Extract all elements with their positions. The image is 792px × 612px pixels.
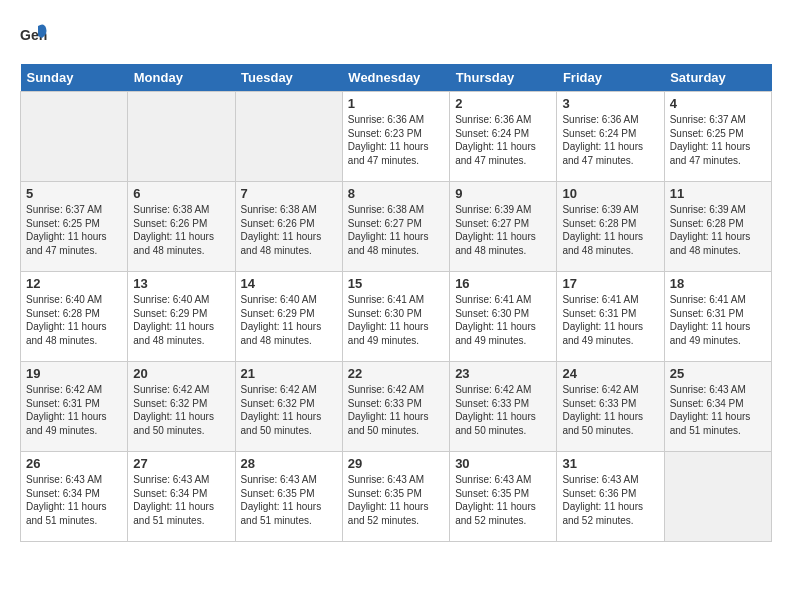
day-number: 8: [348, 186, 444, 201]
calendar-week-row: 26Sunrise: 6:43 AM Sunset: 6:34 PM Dayli…: [21, 452, 772, 542]
day-info: Sunrise: 6:38 AM Sunset: 6:27 PM Dayligh…: [348, 203, 444, 257]
day-info: Sunrise: 6:43 AM Sunset: 6:34 PM Dayligh…: [670, 383, 766, 437]
day-info: Sunrise: 6:43 AM Sunset: 6:36 PM Dayligh…: [562, 473, 658, 527]
day-info: Sunrise: 6:38 AM Sunset: 6:26 PM Dayligh…: [241, 203, 337, 257]
calendar-week-row: 1Sunrise: 6:36 AM Sunset: 6:23 PM Daylig…: [21, 92, 772, 182]
day-number: 26: [26, 456, 122, 471]
day-info: Sunrise: 6:42 AM Sunset: 6:32 PM Dayligh…: [241, 383, 337, 437]
day-number: 14: [241, 276, 337, 291]
day-number: 4: [670, 96, 766, 111]
calendar-cell: 26Sunrise: 6:43 AM Sunset: 6:34 PM Dayli…: [21, 452, 128, 542]
calendar-cell: 7Sunrise: 6:38 AM Sunset: 6:26 PM Daylig…: [235, 182, 342, 272]
day-number: 16: [455, 276, 551, 291]
day-info: Sunrise: 6:37 AM Sunset: 6:25 PM Dayligh…: [26, 203, 122, 257]
day-info: Sunrise: 6:41 AM Sunset: 6:31 PM Dayligh…: [670, 293, 766, 347]
day-number: 17: [562, 276, 658, 291]
calendar-cell: 13Sunrise: 6:40 AM Sunset: 6:29 PM Dayli…: [128, 272, 235, 362]
day-header-monday: Monday: [128, 64, 235, 92]
calendar-cell: 24Sunrise: 6:42 AM Sunset: 6:33 PM Dayli…: [557, 362, 664, 452]
day-info: Sunrise: 6:41 AM Sunset: 6:30 PM Dayligh…: [455, 293, 551, 347]
calendar-cell: [235, 92, 342, 182]
day-info: Sunrise: 6:42 AM Sunset: 6:32 PM Dayligh…: [133, 383, 229, 437]
calendar-cell: 22Sunrise: 6:42 AM Sunset: 6:33 PM Dayli…: [342, 362, 449, 452]
calendar-cell: 20Sunrise: 6:42 AM Sunset: 6:32 PM Dayli…: [128, 362, 235, 452]
day-number: 25: [670, 366, 766, 381]
day-number: 12: [26, 276, 122, 291]
day-number: 23: [455, 366, 551, 381]
day-info: Sunrise: 6:40 AM Sunset: 6:28 PM Dayligh…: [26, 293, 122, 347]
calendar-cell: 15Sunrise: 6:41 AM Sunset: 6:30 PM Dayli…: [342, 272, 449, 362]
day-info: Sunrise: 6:42 AM Sunset: 6:33 PM Dayligh…: [348, 383, 444, 437]
calendar-cell: 2Sunrise: 6:36 AM Sunset: 6:24 PM Daylig…: [450, 92, 557, 182]
day-number: 31: [562, 456, 658, 471]
logo-icon: Gen: [20, 20, 48, 48]
calendar-cell: 19Sunrise: 6:42 AM Sunset: 6:31 PM Dayli…: [21, 362, 128, 452]
calendar-week-row: 5Sunrise: 6:37 AM Sunset: 6:25 PM Daylig…: [21, 182, 772, 272]
logo: Gen: [20, 20, 50, 48]
calendar-cell: 12Sunrise: 6:40 AM Sunset: 6:28 PM Dayli…: [21, 272, 128, 362]
day-header-saturday: Saturday: [664, 64, 771, 92]
day-info: Sunrise: 6:36 AM Sunset: 6:24 PM Dayligh…: [562, 113, 658, 167]
calendar-cell: 4Sunrise: 6:37 AM Sunset: 6:25 PM Daylig…: [664, 92, 771, 182]
calendar-cell: 27Sunrise: 6:43 AM Sunset: 6:34 PM Dayli…: [128, 452, 235, 542]
calendar-table: SundayMondayTuesdayWednesdayThursdayFrid…: [20, 64, 772, 542]
day-header-wednesday: Wednesday: [342, 64, 449, 92]
calendar-cell: 16Sunrise: 6:41 AM Sunset: 6:30 PM Dayli…: [450, 272, 557, 362]
day-info: Sunrise: 6:38 AM Sunset: 6:26 PM Dayligh…: [133, 203, 229, 257]
calendar-cell: 17Sunrise: 6:41 AM Sunset: 6:31 PM Dayli…: [557, 272, 664, 362]
calendar-header-row: SundayMondayTuesdayWednesdayThursdayFrid…: [21, 64, 772, 92]
day-number: 18: [670, 276, 766, 291]
day-info: Sunrise: 6:39 AM Sunset: 6:28 PM Dayligh…: [670, 203, 766, 257]
calendar-cell: 9Sunrise: 6:39 AM Sunset: 6:27 PM Daylig…: [450, 182, 557, 272]
day-number: 1: [348, 96, 444, 111]
calendar-week-row: 12Sunrise: 6:40 AM Sunset: 6:28 PM Dayli…: [21, 272, 772, 362]
day-header-tuesday: Tuesday: [235, 64, 342, 92]
day-number: 10: [562, 186, 658, 201]
calendar-cell: 3Sunrise: 6:36 AM Sunset: 6:24 PM Daylig…: [557, 92, 664, 182]
day-number: 27: [133, 456, 229, 471]
calendar-cell: [664, 452, 771, 542]
day-number: 3: [562, 96, 658, 111]
day-number: 29: [348, 456, 444, 471]
day-info: Sunrise: 6:41 AM Sunset: 6:31 PM Dayligh…: [562, 293, 658, 347]
calendar-cell: [128, 92, 235, 182]
calendar-cell: 14Sunrise: 6:40 AM Sunset: 6:29 PM Dayli…: [235, 272, 342, 362]
day-number: 21: [241, 366, 337, 381]
calendar-cell: 8Sunrise: 6:38 AM Sunset: 6:27 PM Daylig…: [342, 182, 449, 272]
page-header: Gen: [20, 20, 772, 48]
day-info: Sunrise: 6:36 AM Sunset: 6:23 PM Dayligh…: [348, 113, 444, 167]
day-info: Sunrise: 6:42 AM Sunset: 6:33 PM Dayligh…: [455, 383, 551, 437]
day-info: Sunrise: 6:43 AM Sunset: 6:35 PM Dayligh…: [348, 473, 444, 527]
day-number: 24: [562, 366, 658, 381]
day-info: Sunrise: 6:41 AM Sunset: 6:30 PM Dayligh…: [348, 293, 444, 347]
day-info: Sunrise: 6:43 AM Sunset: 6:35 PM Dayligh…: [241, 473, 337, 527]
calendar-cell: 23Sunrise: 6:42 AM Sunset: 6:33 PM Dayli…: [450, 362, 557, 452]
calendar-cell: 1Sunrise: 6:36 AM Sunset: 6:23 PM Daylig…: [342, 92, 449, 182]
calendar-cell: 28Sunrise: 6:43 AM Sunset: 6:35 PM Dayli…: [235, 452, 342, 542]
day-number: 11: [670, 186, 766, 201]
day-info: Sunrise: 6:39 AM Sunset: 6:28 PM Dayligh…: [562, 203, 658, 257]
calendar-cell: 31Sunrise: 6:43 AM Sunset: 6:36 PM Dayli…: [557, 452, 664, 542]
calendar-cell: 21Sunrise: 6:42 AM Sunset: 6:32 PM Dayli…: [235, 362, 342, 452]
day-header-thursday: Thursday: [450, 64, 557, 92]
day-number: 28: [241, 456, 337, 471]
day-info: Sunrise: 6:42 AM Sunset: 6:31 PM Dayligh…: [26, 383, 122, 437]
day-info: Sunrise: 6:43 AM Sunset: 6:34 PM Dayligh…: [26, 473, 122, 527]
calendar-cell: 10Sunrise: 6:39 AM Sunset: 6:28 PM Dayli…: [557, 182, 664, 272]
day-header-friday: Friday: [557, 64, 664, 92]
day-info: Sunrise: 6:43 AM Sunset: 6:35 PM Dayligh…: [455, 473, 551, 527]
day-number: 7: [241, 186, 337, 201]
calendar-cell: 18Sunrise: 6:41 AM Sunset: 6:31 PM Dayli…: [664, 272, 771, 362]
day-number: 9: [455, 186, 551, 201]
calendar-cell: 30Sunrise: 6:43 AM Sunset: 6:35 PM Dayli…: [450, 452, 557, 542]
calendar-week-row: 19Sunrise: 6:42 AM Sunset: 6:31 PM Dayli…: [21, 362, 772, 452]
day-info: Sunrise: 6:43 AM Sunset: 6:34 PM Dayligh…: [133, 473, 229, 527]
day-number: 2: [455, 96, 551, 111]
day-number: 5: [26, 186, 122, 201]
day-info: Sunrise: 6:40 AM Sunset: 6:29 PM Dayligh…: [133, 293, 229, 347]
day-number: 30: [455, 456, 551, 471]
calendar-cell: 5Sunrise: 6:37 AM Sunset: 6:25 PM Daylig…: [21, 182, 128, 272]
calendar-cell: 6Sunrise: 6:38 AM Sunset: 6:26 PM Daylig…: [128, 182, 235, 272]
calendar-cell: 29Sunrise: 6:43 AM Sunset: 6:35 PM Dayli…: [342, 452, 449, 542]
day-number: 15: [348, 276, 444, 291]
